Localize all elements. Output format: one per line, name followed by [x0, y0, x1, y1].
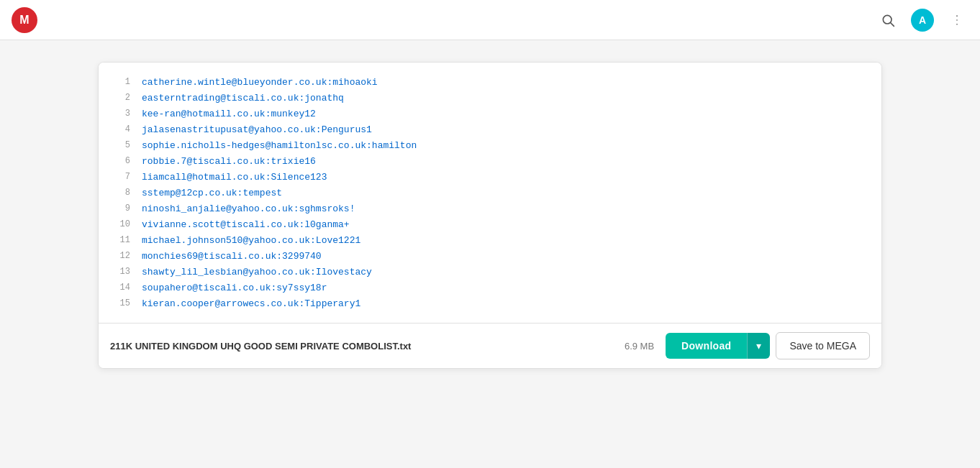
file-name: 211K UNITED KINGDOM UHQ GOOD SEMI PRIVAT… [110, 341, 604, 352]
table-row: 10vivianne.scott@tiscali.co.uk:l0ganma+ [99, 216, 881, 232]
table-row: 1catherine.wintle@blueyonder.co.uk:mihoa… [99, 74, 881, 90]
line-content: monchies69@tiscali.co.uk:3299740 [142, 251, 322, 262]
line-number: 2 [107, 93, 130, 103]
svg-point-3 [956, 19, 958, 21]
line-content: shawty_lil_lesbian@yahoo.co.uk:Ilovestac… [142, 267, 372, 277]
line-number: 15 [107, 298, 130, 308]
table-row: 2easterntrading@tiscali.co.uk:jonathq [99, 90, 881, 106]
table-row: 5sophie.nicholls-hedges@hamiltonlsc.co.u… [99, 137, 881, 153]
save-to-mega-button[interactable]: Save to MEGA [776, 332, 870, 359]
download-button-group: Download ▾ [666, 333, 770, 359]
search-icon[interactable] [876, 9, 899, 32]
table-row: 13shawty_lil_lesbian@yahoo.co.uk:Ilovest… [99, 264, 881, 280]
table-row: 6robbie.7@tiscali.co.uk:trixie16 [99, 153, 881, 169]
line-content: easterntrading@tiscali.co.uk:jonathq [142, 93, 344, 104]
top-navigation: M A [0, 0, 980, 40]
line-number: 14 [107, 283, 130, 293]
line-content: kee-ran@hotmaill.co.uk:munkey12 [142, 109, 316, 119]
main-content: 1catherine.wintle@blueyonder.co.uk:mihoa… [0, 40, 980, 468]
table-row: 9ninoshi_anjalie@yahoo.co.uk:sghmsroks! [99, 201, 881, 216]
file-content-area[interactable]: 1catherine.wintle@blueyonder.co.uk:mihoa… [99, 63, 881, 323]
line-number: 5 [107, 140, 130, 150]
footer-actions: Download ▾ Save to MEGA [666, 332, 870, 359]
mega-logo[interactable]: M [12, 7, 37, 33]
file-footer: 211K UNITED KINGDOM UHQ GOOD SEMI PRIVAT… [99, 323, 881, 368]
line-content: soupahero@tiscali.co.uk:sy7ssy18r [142, 283, 327, 293]
line-number: 11 [107, 235, 130, 245]
line-content: sstemp@12cp.co.uk:tempest [142, 188, 282, 198]
line-content: ninoshi_anjalie@yahoo.co.uk:sghmsroks! [142, 203, 355, 214]
download-chevron-button[interactable]: ▾ [747, 333, 770, 359]
line-content: robbie.7@tiscali.co.uk:trixie16 [142, 156, 316, 167]
nav-right: A [876, 9, 968, 32]
table-row: 4jalasenastritupusat@yahoo.co.uk:Penguru… [99, 121, 881, 137]
more-options-icon[interactable] [945, 9, 968, 32]
line-number: 10 [107, 219, 130, 229]
table-row: 15kieran.cooper@arrowecs.co.uk:Tipperary… [99, 295, 881, 311]
table-row: 12monchies69@tiscali.co.uk:3299740 [99, 248, 881, 264]
line-number: 7 [107, 172, 130, 182]
line-content: liamcall@hotmail.co.uk:Silence123 [142, 172, 327, 183]
download-button[interactable]: Download [666, 333, 747, 359]
line-number: 1 [107, 77, 130, 87]
line-content: kieran.cooper@arrowecs.co.uk:Tipperary1 [142, 298, 360, 309]
file-preview-card: 1catherine.wintle@blueyonder.co.uk:mihoa… [98, 62, 882, 369]
line-content: sophie.nicholls-hedges@hamiltonlsc.co.uk… [142, 140, 417, 151]
line-number: 3 [107, 109, 130, 119]
file-size: 6.9 MB [625, 341, 654, 352]
svg-point-4 [956, 24, 958, 25]
table-row: 8sstemp@12cp.co.uk:tempest [99, 185, 881, 201]
line-number: 13 [107, 267, 130, 277]
svg-point-2 [956, 15, 958, 17]
line-number: 9 [107, 203, 130, 214]
line-content: michael.johnson510@yahoo.co.uk:Love1221 [142, 235, 360, 246]
line-content: vivianne.scott@tiscali.co.uk:l0ganma+ [142, 219, 350, 230]
line-number: 8 [107, 188, 130, 198]
user-avatar[interactable]: A [911, 9, 934, 32]
table-row: 3kee-ran@hotmaill.co.uk:munkey12 [99, 106, 881, 121]
table-row: 14soupahero@tiscali.co.uk:sy7ssy18r [99, 280, 881, 295]
line-number: 4 [107, 124, 130, 134]
nav-left: M [12, 7, 37, 33]
svg-line-1 [891, 22, 894, 26]
line-number: 6 [107, 156, 130, 166]
table-row: 7liamcall@hotmail.co.uk:Silence123 [99, 169, 881, 185]
table-row: 11michael.johnson510@yahoo.co.uk:Love122… [99, 232, 881, 248]
line-content: jalasenastritupusat@yahoo.co.uk:Pengurus… [142, 124, 372, 135]
line-number: 12 [107, 251, 130, 261]
line-content: catherine.wintle@blueyonder.co.uk:mihoao… [142, 77, 378, 88]
